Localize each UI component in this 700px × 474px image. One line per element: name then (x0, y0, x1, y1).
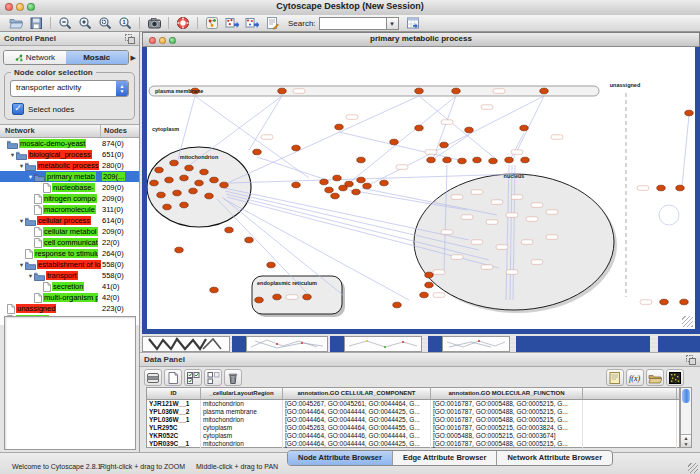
unselect-attributes-button[interactable] (204, 369, 222, 386)
table-column-header[interactable]: _cellularLayoutRegion (201, 388, 283, 399)
graph-node[interactable] (676, 185, 684, 191)
graph-node[interactable] (180, 202, 188, 208)
graph-node[interactable] (165, 177, 173, 183)
graph-node[interactable] (660, 299, 668, 305)
graph-node[interactable] (253, 149, 261, 155)
search-input[interactable] (319, 17, 386, 30)
tree-row[interactable]: ▼primary metab209(... (0, 171, 139, 182)
zoom-fit-button[interactable]: 1 (116, 16, 134, 31)
attr-table-button[interactable] (144, 369, 162, 386)
graph-node[interactable] (415, 88, 423, 94)
tree-row[interactable]: nucleobase-209(0) (0, 182, 139, 193)
region-plasma-membrane[interactable] (149, 86, 599, 96)
minimized-window-edge[interactable] (428, 336, 442, 352)
graph-node[interactable] (180, 175, 188, 181)
delete-attribute-button[interactable] (224, 369, 242, 386)
graph-node[interactable] (363, 183, 371, 189)
graph-node[interactable] (325, 187, 333, 193)
tree-row[interactable]: cellular metabol209(0) (0, 226, 139, 237)
graph-node[interactable] (443, 157, 451, 163)
load-network-table-button[interactable] (404, 16, 422, 31)
tree-expand-arrow[interactable]: ▼ (9, 152, 16, 158)
tree-row[interactable]: ▼cellular process614(0) (0, 215, 139, 226)
scrollbar-thumb[interactable] (682, 389, 690, 403)
snapshot-camera-button[interactable] (145, 16, 163, 31)
select-attributes-button[interactable] (184, 369, 202, 386)
graph-node[interactable] (220, 182, 228, 188)
graph-node[interactable] (458, 158, 466, 164)
window-resize-grip[interactable] (688, 463, 698, 473)
function-builder-button[interactable]: f(x) (626, 369, 644, 386)
zoom-selected-button[interactable] (96, 16, 114, 31)
graph-node[interactable] (292, 145, 300, 151)
graph-node[interactable] (273, 294, 281, 300)
tree-row[interactable]: ▼biological_process651(0) (0, 149, 139, 160)
tab-network[interactable]: Network (4, 51, 66, 64)
tree-row[interactable]: secretion41(0) (0, 281, 139, 292)
tree-row[interactable]: response to stimulu264(0) (0, 248, 139, 259)
graph-node[interactable] (465, 127, 473, 133)
graph-node[interactable] (685, 110, 693, 116)
graph-node[interactable] (540, 88, 548, 94)
table-column-header[interactable]: annotation.GO MOLECULAR_FUNCTION (431, 388, 583, 399)
graph-node[interactable] (357, 177, 365, 183)
graph-node[interactable] (473, 157, 481, 163)
import-network-2-button[interactable] (243, 16, 261, 31)
network-window-titlebar[interactable]: primary metabolic process (142, 32, 700, 47)
minimized-window-edge[interactable] (658, 336, 700, 352)
scrollbar-arrows[interactable]: ▲▼ (681, 434, 691, 447)
graph-node[interactable] (380, 180, 388, 186)
zoom-out-button[interactable] (56, 16, 74, 31)
graph-node[interactable] (163, 204, 171, 210)
graph-node[interactable] (189, 188, 197, 194)
graph-node[interactable] (278, 88, 286, 94)
graph-node[interactable] (427, 157, 435, 163)
tab-node-attribute-browser[interactable]: Node Attribute Browser (288, 451, 393, 465)
table-row[interactable]: YJR121W__1mitochondrion[GO:0045267, GO:0… (147, 400, 679, 408)
import-network-button[interactable] (223, 16, 241, 31)
minimized-window-edge[interactable] (330, 336, 344, 352)
network-overview-button[interactable] (203, 16, 221, 31)
network-window-resize-grip[interactable] (682, 316, 693, 327)
graph-node[interactable] (393, 302, 401, 308)
float-panel-icon[interactable] (125, 34, 135, 44)
graph-node[interactable] (320, 179, 328, 185)
graph-node[interactable] (150, 180, 158, 186)
label-button[interactable] (606, 369, 624, 386)
tree-row[interactable]: unassigned223(0) (0, 303, 139, 314)
graph-node[interactable] (352, 189, 360, 195)
graph-node[interactable] (292, 182, 300, 188)
tree-expand-arrow[interactable]: ▼ (18, 218, 25, 224)
graph-node[interactable] (173, 190, 181, 196)
graph-node[interactable] (335, 124, 343, 130)
new-attribute-button[interactable] (164, 369, 182, 386)
tab-overflow-arrow[interactable]: ▶ (131, 54, 136, 62)
select-nodes-checkbox[interactable]: ✓ (12, 103, 24, 115)
tab-edge-attribute-browser[interactable]: Edge Attribute Browser (393, 451, 497, 465)
minimized-window-thumbnail[interactable] (344, 336, 422, 352)
graph-node[interactable] (170, 160, 178, 166)
graph-node[interactable] (210, 177, 218, 183)
graph-node[interactable] (452, 88, 460, 94)
tree-header-network[interactable]: Network (5, 126, 35, 135)
graph-node[interactable] (331, 193, 339, 199)
table-row[interactable]: YLR295Ccytoplasm[GO:0045263, GO:0044464,… (147, 424, 679, 432)
graph-node[interactable] (657, 185, 665, 191)
graph-node[interactable] (205, 193, 213, 199)
zoom-in-button[interactable] (76, 16, 94, 31)
tree-row[interactable]: ▼establishment of lo558(0) (0, 259, 139, 270)
graph-node[interactable] (303, 294, 311, 300)
graph-node[interactable] (255, 297, 263, 303)
table-column-header[interactable]: ID (147, 388, 201, 399)
tab-network-attribute-browser[interactable]: Network Attribute Browser (497, 451, 612, 465)
tree-row[interactable]: ▼metabolic process280(0) (0, 160, 139, 171)
graph-node[interactable] (245, 237, 253, 243)
minimized-window-thumbnail[interactable] (246, 336, 328, 352)
help-lifering-button[interactable] (174, 16, 192, 31)
tree-header-nodes[interactable]: Nodes (104, 126, 127, 135)
graph-node[interactable] (333, 175, 341, 181)
float-panel-icon[interactable] (686, 355, 696, 365)
network-canvas[interactable]: plasma membranecytoplasmmitochondrionnuc… (147, 47, 695, 329)
graph-node[interactable] (200, 169, 208, 175)
graph-node[interactable] (489, 158, 497, 164)
